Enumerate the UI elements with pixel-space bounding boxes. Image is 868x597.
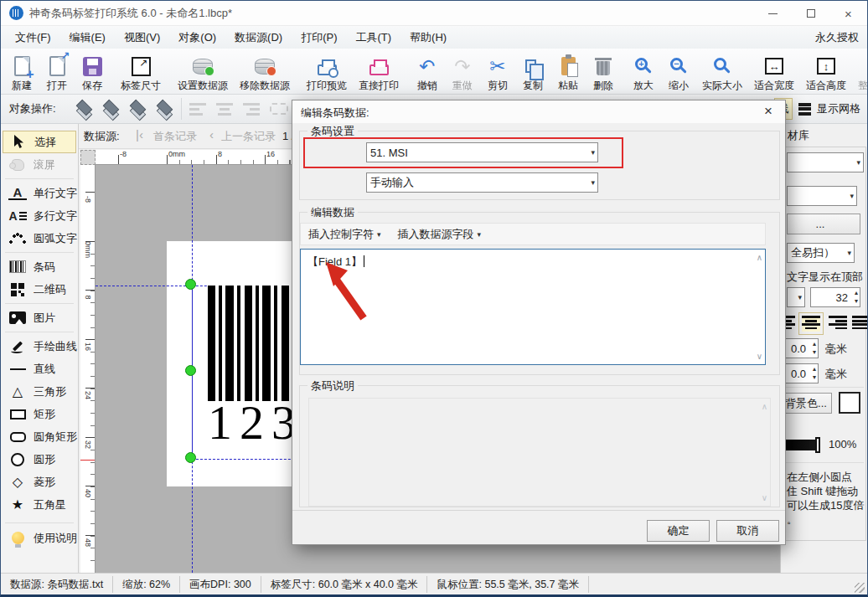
dropdown-arrow-icon: ▾ [478, 230, 482, 239]
barcode-mode-combo[interactable]: 全易扫）▾ [787, 243, 855, 263]
tool-rounded-rectangle[interactable]: 圆角矩形 [3, 425, 76, 448]
open-button[interactable]: 打开 [39, 50, 75, 92]
zoom-in-button[interactable]: +放大 [626, 50, 661, 92]
redo-button[interactable]: ↷重做 [445, 50, 480, 92]
tool-multi-line-text[interactable]: A多行文字 [3, 204, 76, 227]
maximize-button[interactable] [792, 1, 829, 26]
menu-tools[interactable]: 工具(T) [346, 26, 400, 49]
send-to-back-icon[interactable] [102, 101, 121, 116]
print-preview-button[interactable]: 打印预览 [301, 50, 353, 92]
tool-single-line-text[interactable]: A单行文字 [3, 182, 76, 204]
scroll-up-icon[interactable]: ∧ [757, 253, 762, 262]
dialog-close-icon[interactable]: × [759, 103, 778, 120]
scroll-down-icon[interactable]: ∨ [757, 352, 762, 361]
delete-button[interactable]: 删除 [586, 50, 621, 92]
undo-icon: ↶ [416, 54, 439, 79]
copy-button[interactable]: 复制 [515, 50, 550, 92]
menu-view[interactable]: 视图(V) [115, 26, 169, 49]
tool-image[interactable]: 图片 [3, 306, 76, 329]
save-button[interactable]: 保存 [75, 50, 110, 92]
cancel-button[interactable]: 取消 [716, 520, 779, 542]
prev-record-icon[interactable]: ‹ [209, 126, 214, 143]
scroll-down-icon[interactable]: ∨ [762, 493, 767, 502]
unit-label: 毫米 [825, 367, 847, 382]
prev-record-button[interactable]: 上一条记录 [221, 128, 276, 145]
help-button[interactable]: 使用说明 [3, 527, 80, 549]
menu-object[interactable]: 对象(O) [169, 26, 225, 49]
close-button[interactable]: × [829, 1, 867, 26]
insert-datasource-field-button[interactable]: 插入数据源字段▾ [398, 227, 482, 242]
tool-line[interactable]: 直线 [3, 358, 76, 380]
full-page-button[interactable]: ✛整页显示 [852, 50, 868, 92]
maximize-icon [807, 9, 815, 18]
tool-barcode[interactable]: 条码 [3, 255, 76, 278]
align-right-button[interactable] [829, 316, 847, 332]
insert-control-char-button[interactable]: 插入控制字符▾ [308, 227, 381, 242]
spin-down-icon[interactable]: ▾ [855, 297, 858, 306]
menu-help[interactable]: 帮助(H) [400, 26, 456, 49]
show-grid-label[interactable]: 显示网格 [817, 101, 860, 116]
color-swatch[interactable] [839, 392, 860, 414]
tool-star[interactable]: ★五角星 [3, 493, 76, 516]
tool-qrcode[interactable]: 二维码 [3, 278, 76, 301]
tool-diamond[interactable]: ◇菱形 [3, 471, 76, 493]
align-center-icon[interactable] [216, 103, 233, 116]
direct-print-button[interactable]: 直接打印 [353, 50, 405, 92]
opacity-slider[interactable] [783, 440, 819, 450]
tool-triangle[interactable]: △三角形 [3, 380, 76, 403]
spin-up-icon[interactable]: ▴ [855, 289, 858, 297]
cut-button[interactable]: ✂剪切 [480, 50, 515, 92]
actual-size-button[interactable]: 实际大小 [696, 50, 748, 92]
fit-height-button[interactable]: ↕适合高度 [800, 50, 852, 92]
menu-datasource[interactable]: 数据源(D) [225, 26, 292, 49]
barcode-digits[interactable]: 123 [208, 398, 303, 448]
browse-ellipsis-button[interactable]: ... [787, 214, 860, 234]
first-record-button[interactable]: 首条记录 [153, 128, 197, 145]
resize-handle-bottom[interactable] [185, 452, 196, 463]
first-record-icon[interactable]: |‹ [136, 126, 143, 143]
panel-tab-library[interactable]: 材库 [788, 128, 809, 143]
label-size-button[interactable]: 标签尺寸 [115, 50, 167, 92]
redo-icon: ↷ [451, 54, 474, 79]
font-size-spinner[interactable]: 32 ▴▾ [810, 287, 860, 307]
printer-icon [367, 54, 390, 79]
font-combo[interactable]: ▾ [787, 287, 805, 307]
tool-freehand-curve[interactable]: 手绘曲线 [3, 335, 76, 358]
tool-select[interactable]: 选择 [3, 131, 76, 153]
fit-width-button[interactable]: ↔适合宽度 [748, 50, 800, 92]
bring-to-front-icon[interactable] [75, 101, 94, 116]
same-width-icon[interactable] [270, 103, 288, 115]
property-combo-2[interactable]: ▾ [787, 186, 857, 206]
data-source-combo[interactable]: 手动输入 ▾ [366, 172, 598, 193]
menu-edit[interactable]: 编辑(E) [60, 26, 115, 49]
paste-button[interactable]: 粘贴 [550, 50, 586, 92]
scroll-up-icon[interactable]: ∧ [762, 402, 767, 411]
minimize-button[interactable] [754, 1, 792, 26]
property-combo-1[interactable]: ▾ [787, 152, 864, 172]
align-left-icon[interactable] [189, 103, 206, 116]
resize-grip[interactable] [855, 583, 865, 593]
ok-button[interactable]: 确定 [647, 520, 710, 542]
set-datasource-button[interactable]: 设置数据源 [172, 50, 234, 92]
move-up-layer-icon[interactable] [129, 101, 147, 116]
background-color-button[interactable]: 背景色... [780, 393, 832, 414]
opacity-slider-handle[interactable] [815, 437, 820, 453]
pen-icon [8, 340, 27, 353]
resize-handle-middle[interactable] [185, 365, 196, 376]
tool-arc-text[interactable]: 圆弧文字 [3, 227, 76, 250]
align-justify-button[interactable] [852, 316, 868, 332]
zoom-out-button[interactable]: −缩小 [661, 50, 696, 92]
remove-datasource-button[interactable]: 移除数据源 [234, 50, 296, 92]
tool-pan[interactable]: 滚屏 [3, 153, 76, 176]
tool-rectangle[interactable]: 矩形 [3, 403, 76, 425]
new-button[interactable]: 新建 [4, 50, 39, 92]
tool-circle[interactable]: 圆形 [3, 448, 76, 471]
align-center-button[interactable] [802, 316, 820, 332]
menu-print[interactable]: 打印(P) [292, 26, 346, 49]
menu-file[interactable]: 文件(F) [6, 26, 60, 49]
align-right-icon[interactable] [243, 103, 260, 116]
move-down-layer-icon[interactable] [156, 101, 174, 116]
text-position-label[interactable]: 文字显示在顶部 [787, 270, 863, 285]
resize-handle-top[interactable] [185, 279, 196, 290]
undo-button[interactable]: ↶撤销 [410, 50, 445, 92]
